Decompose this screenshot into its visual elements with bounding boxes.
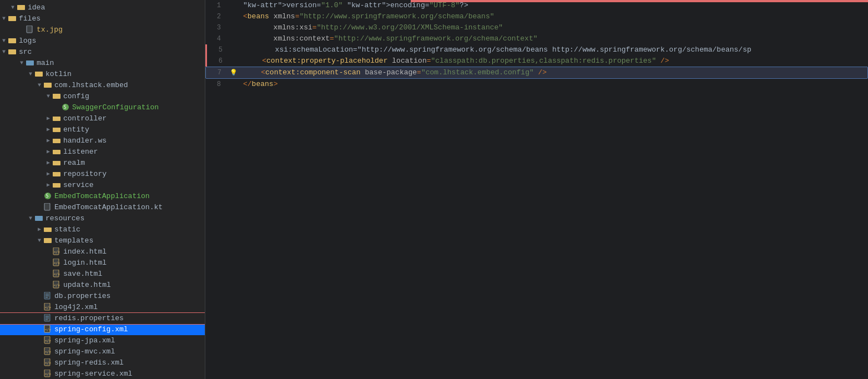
tree-item-handler.ws[interactable]: handler.ws — [0, 135, 205, 146]
folder-arrow-open — [36, 235, 43, 246]
tree-item-realm[interactable]: realm — [0, 158, 205, 169]
tree-item-repository[interactable]: repository — [0, 169, 205, 180]
svg-text:</>: </> — [45, 350, 51, 353]
tree-item-label: tx.jpg — [37, 24, 205, 36]
tree-item-config[interactable]: config — [0, 91, 205, 102]
icon-file-kt-icon — [43, 203, 52, 212]
tree-item-files[interactable]: files — [0, 13, 205, 24]
code-line-5: 5 xsi:schemaLocation="http://www.springf… — [205, 44, 868, 55]
tree-item-resources[interactable]: resources — [0, 213, 205, 224]
svg-text:</>: </> — [45, 305, 51, 309]
tree-item-label: spring-redis.xml — [54, 357, 205, 368]
svg-rect-24 — [53, 139, 55, 140]
folder-arrow-closed — [44, 135, 52, 146]
tree-item-logs[interactable]: logs — [0, 36, 205, 47]
icon-folder-icon — [43, 81, 52, 90]
tree-item-SwaggerConfiguration[interactable]: SSwaggerConfiguration — [0, 102, 205, 113]
code-editor[interactable]: 1"kw-attr">version="1.0" "kw-attr">encod… — [205, 0, 868, 379]
tree-item-spring-redis.xml[interactable]: </>spring-redis.xml — [0, 357, 205, 368]
tree-item-entity[interactable]: entity — [0, 124, 205, 135]
tree-item-idea[interactable]: idea — [0, 2, 205, 13]
tree-item-label: SwaggerConfiguration — [72, 102, 205, 113]
tree-item-controller[interactable]: controller — [0, 113, 205, 124]
folder-arrow-open — [36, 80, 43, 91]
tree-item-label: db.properties — [54, 291, 205, 302]
tree-item-spring-jpa.xml[interactable]: </>spring-jpa.xml — [0, 335, 205, 346]
tree-item-label: src — [19, 47, 205, 58]
tree-item-label: config — [63, 91, 205, 102]
line-number: 3 — [205, 22, 228, 33]
tree-item-label: kotlin — [46, 69, 205, 80]
svg-text:</>: </> — [45, 372, 51, 376]
svg-text:</>: </> — [45, 327, 51, 331]
tree-item-login.html[interactable]: </>login.html — [0, 257, 205, 269]
icon-folder-icon — [8, 37, 17, 46]
icon-folder-icon — [52, 181, 61, 190]
icon-folder-icon — [8, 14, 17, 23]
svg-rect-8 — [8, 49, 12, 50]
line-code: <beans xmlns="http://www.springframework… — [239, 11, 868, 22]
tree-item-label: logs — [19, 36, 205, 47]
tree-item-db.properties[interactable]: db.properties — [0, 291, 205, 302]
icon-file-xml-icon: </> — [43, 358, 52, 367]
icon-file-html-icon: </> — [52, 270, 61, 279]
icon-file-html-icon: </> — [52, 259, 61, 267]
tree-item-src[interactable]: src — [0, 47, 205, 58]
tree-item-label: login.html — [63, 257, 205, 269]
tree-item-kotlin[interactable]: kotlin — [0, 69, 205, 80]
code-line-6: 6 <context:property-placeholder location… — [205, 55, 868, 67]
tree-item-redis.properties[interactable]: redis.properties — [0, 313, 205, 324]
tree-item-EmbedTomcatApplication[interactable]: SEmbedTomcatApplication — [0, 191, 205, 202]
tree-item-label: update.html — [63, 280, 205, 291]
svg-rect-10 — [26, 60, 29, 62]
folder-arrow-closed — [44, 146, 52, 158]
tree-item-label: static — [54, 224, 205, 235]
svg-rect-6 — [8, 38, 12, 39]
svg-text:</>: </> — [54, 250, 60, 254]
icon-folder-icon — [52, 170, 61, 179]
tree-item-log4j2.xml[interactable]: </>log4j2.xml — [0, 302, 205, 313]
line-number: 6 — [207, 55, 229, 67]
line-number: 7 — [206, 67, 228, 78]
tree-item-tx.jpg[interactable]: tx.jpg — [0, 24, 205, 36]
tree-item-listener[interactable]: listener — [0, 146, 205, 158]
svg-rect-26 — [53, 150, 55, 151]
svg-rect-20 — [53, 117, 55, 118]
line-number: 2 — [205, 11, 228, 22]
folder-arrow-open — [0, 36, 8, 47]
icon-folder-blue-icon — [26, 59, 34, 68]
svg-text:</>: </> — [54, 283, 60, 287]
icon-file-xml-icon: </> — [43, 336, 52, 345]
icon-folder-icon — [34, 70, 43, 79]
icon-file-html-icon: </> — [52, 281, 61, 290]
folder-arrow-open — [27, 69, 34, 80]
svg-rect-12 — [35, 72, 38, 73]
line-gutter: 💡 — [228, 67, 239, 78]
icon-folder-icon — [52, 92, 61, 101]
tree-item-main[interactable]: main — [0, 58, 205, 69]
svg-rect-35 — [44, 203, 50, 210]
tree-item-spring-config.xml[interactable]: </>spring-config.xml — [0, 324, 205, 335]
icon-spring-icon: S — [43, 192, 52, 201]
tree-item-static[interactable]: static — [0, 224, 205, 235]
tree-item-spring-mvc.xml[interactable]: </>spring-mvc.xml — [0, 346, 205, 357]
tree-item-label: controller — [63, 113, 205, 124]
svg-text:S: S — [64, 105, 67, 110]
tree-item-label: spring-jpa.xml — [54, 335, 205, 346]
tree-item-update.html[interactable]: </>update.html — [0, 280, 205, 291]
svg-text:</>: </> — [45, 338, 51, 342]
tree-item-save.html[interactable]: </>save.html — [0, 269, 205, 280]
tree-item-templates[interactable]: templates — [0, 235, 205, 246]
top-accent-bar — [411, 0, 868, 2]
svg-rect-39 — [44, 228, 47, 229]
tree-item-com.lhstack.embed[interactable]: com.lhstack.embed — [0, 80, 205, 91]
tree-item-label: index.html — [63, 246, 205, 257]
tree-item-EmbedTomcatApplication.kt[interactable]: EmbedTomcatApplication.kt — [0, 202, 205, 213]
tree-item-index.html[interactable]: </>index.html — [0, 246, 205, 257]
folder-arrow-open — [0, 13, 8, 24]
tree-item-label: spring-mvc.xml — [54, 346, 205, 357]
tree-item-spring-service.xml[interactable]: </>spring-service.xml — [0, 368, 205, 379]
folder-arrow-closed — [44, 124, 52, 135]
tree-item-service[interactable]: service — [0, 180, 205, 191]
file-tree[interactable]: ideafilestx.jpglogssrcmainkotlincom.lhst… — [0, 0, 205, 379]
